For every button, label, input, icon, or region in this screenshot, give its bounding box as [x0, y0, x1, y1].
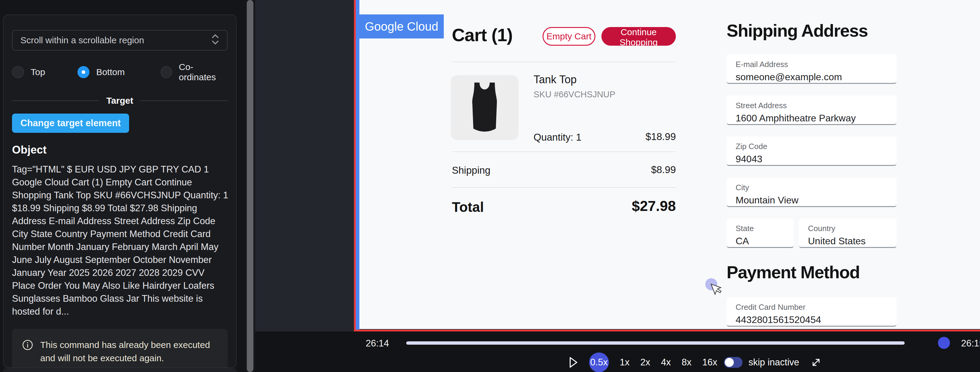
cart-divider: [452, 187, 676, 188]
target-section-divider: Target: [12, 96, 228, 106]
country-field-label: Country: [808, 224, 897, 233]
replay-viewer: Google Cloud Cart (1) Empty Cart Continu…: [255, 0, 980, 331]
seek-bar[interactable]: [406, 342, 905, 345]
shipping-row-price: $8.99: [651, 164, 676, 176]
fullscreen-expand-icon[interactable]: [810, 356, 822, 369]
speed-4x[interactable]: 4x: [661, 357, 671, 368]
city-field-value: Mountain View: [736, 195, 897, 206]
next-section-edge: [3, 368, 237, 372]
speed-2x[interactable]: 2x: [640, 357, 650, 368]
scroll-position-radios: Top Bottom Co-ordinates: [12, 65, 228, 79]
shipping-row-label: Shipping: [452, 164, 490, 176]
country-field: Country United States: [799, 219, 897, 248]
command-type-value: Scroll within a scrollable region: [21, 35, 144, 45]
credit-card-field-value: 4432801561520454: [736, 314, 897, 326]
seek-thumb[interactable]: [938, 337, 950, 349]
info-icon: [22, 340, 33, 365]
target-section-label: Target: [106, 96, 133, 106]
radio-coordinates-label: Co-ordinates: [179, 62, 228, 82]
total-row-price: $27.98: [632, 198, 676, 214]
command-card: Scroll within a scrollable region Top Bo…: [3, 14, 237, 368]
credit-card-field-label: Credit Card Number: [736, 303, 897, 312]
speed-1x[interactable]: 1x: [620, 357, 630, 368]
state-field-value: CA: [736, 236, 794, 247]
skip-inactive-toggle[interactable]: [724, 357, 743, 368]
radio-coordinates-circle: [161, 66, 172, 78]
skip-inactive-toggle-knob: [725, 358, 734, 367]
zip-field-value: 94043: [736, 153, 897, 164]
product-image-tank-top: [451, 75, 519, 140]
panel-scrollbar[interactable]: [246, 0, 255, 372]
state-field-label: State: [736, 224, 794, 233]
country-field-value: United States: [808, 236, 897, 247]
product-sku: SKU #66VCHSJNUP: [533, 89, 615, 99]
city-field-label: City: [736, 183, 897, 192]
skip-inactive-label: skip inactive: [749, 357, 799, 368]
command-panel: Scroll within a scrollable region Top Bo…: [0, 0, 246, 372]
player-controls: 0.5x 1x 2x 4x 8x 16x skip inactive: [569, 353, 822, 372]
zip-field: Zip Code 94043: [727, 136, 897, 166]
current-time: 26:14: [366, 338, 389, 349]
radio-top-label: Top: [30, 67, 45, 77]
product-price: $18.99: [646, 131, 676, 142]
email-field: E-mail Address someone@example.com: [727, 54, 897, 84]
street-field-value: 1600 Amphitheatre Parkway: [736, 113, 897, 124]
object-heading: Object: [12, 144, 228, 156]
shipping-address-heading: Shipping Address: [727, 21, 868, 41]
cart-divider: [452, 62, 676, 62]
credit-card-field: Credit Card Number 4432801561520454: [727, 297, 897, 327]
divider-line: [140, 101, 228, 101]
speed-0-5x[interactable]: 0.5x: [589, 353, 609, 372]
radio-bottom-label: Bottom: [96, 67, 125, 77]
divider-line: [12, 101, 99, 101]
cart-divider: [452, 152, 676, 152]
radio-bottom-circle: [78, 66, 89, 78]
radio-bottom[interactable]: Bottom: [78, 66, 125, 78]
radio-coordinates[interactable]: Co-ordinates: [161, 62, 228, 82]
object-description-text: Tag="HTML" $ EUR USD JPY GBP TRY CAD 1 G…: [12, 163, 229, 318]
command-type-select[interactable]: Scroll within a scrollable region: [12, 30, 228, 51]
cart-title: Cart (1): [452, 25, 512, 45]
select-chevrons-icon: [212, 34, 219, 48]
street-field-label: Street Address: [736, 101, 897, 110]
zip-field-label: Zip Code: [736, 142, 897, 151]
product-name: Tank Top: [533, 73, 576, 86]
target-element-highlight-frame: Google Cloud Cart (1) Empty Cart Continu…: [354, 0, 980, 331]
state-field: State CA: [727, 219, 794, 248]
end-time: 26:15: [961, 338, 980, 349]
email-field-label: E-mail Address: [736, 60, 897, 69]
change-target-button[interactable]: Change target element: [12, 113, 129, 133]
product-quantity: Quantity: 1: [533, 132, 582, 143]
continue-shopping-button: Continue Shopping: [601, 27, 676, 46]
already-executed-notice: This command has already been executed a…: [12, 329, 228, 368]
street-field: Street Address 1600 Amphitheatre Parkway: [727, 96, 897, 125]
replay-player-bar: 26:14 26:15 0.5x 1x 2x 4x 8x 16x skip in…: [255, 331, 980, 372]
city-field: City Mountain View: [727, 177, 897, 207]
google-cloud-logo: Google Cloud: [360, 14, 444, 38]
mouse-cursor-icon: [710, 284, 722, 299]
speed-8x[interactable]: 8x: [682, 357, 692, 368]
scroll-region-highlight-stripe: [356, 0, 360, 330]
replay-editor-app: Scroll within a scrollable region Top Bo…: [0, 0, 980, 372]
recorded-web-page: Google Cloud Cart (1) Empty Cart Continu…: [360, 0, 980, 329]
notice-text: This command has already been executed a…: [40, 338, 217, 365]
total-row-label: Total: [452, 199, 484, 215]
email-field-value: someone@example.com: [736, 72, 897, 83]
radio-top[interactable]: Top: [12, 66, 45, 78]
payment-method-heading: Payment Method: [727, 262, 860, 282]
play-button[interactable]: [569, 356, 578, 369]
speed-16x[interactable]: 16x: [702, 357, 717, 368]
panel-scrollbar-thumb[interactable]: [247, 0, 253, 372]
empty-cart-button: Empty Cart: [542, 27, 595, 46]
radio-top-circle: [12, 66, 24, 78]
